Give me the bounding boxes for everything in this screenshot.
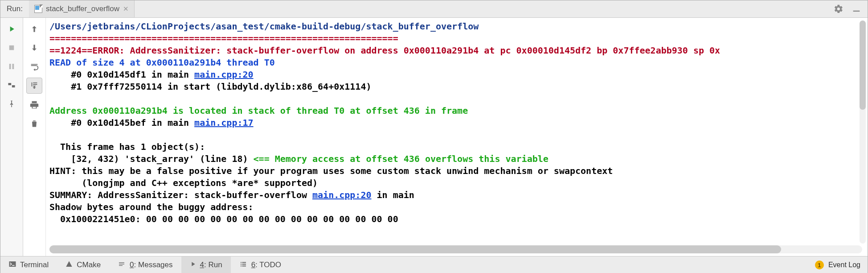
terminal-tool-tab[interactable]: Terminal	[0, 256, 57, 273]
run-config-tab[interactable]: stack_buffer_overflow ✕	[29, 0, 135, 17]
svg-rect-15	[241, 265, 242, 266]
console-wrap: /Users/jetbrains/CLionProjects/asan_test…	[46, 18, 868, 256]
object-line-hint: <== Memory access at offset 436 overflow…	[254, 153, 549, 164]
event-log-button[interactable]: 1 Event Log	[808, 256, 868, 273]
svg-rect-2	[9, 64, 11, 69]
run-config-tab-label: stack_buffer_overflow	[46, 4, 119, 13]
shadow-header: Shadow bytes around the buggy address:	[49, 202, 254, 212]
svg-rect-9	[119, 264, 124, 264]
vscroll-thumb[interactable]	[860, 21, 866, 110]
svg-rect-13	[241, 264, 242, 265]
svg-rect-4	[8, 83, 12, 85]
soft-wrap-button[interactable]	[27, 59, 42, 74]
tool-window-title: Run:	[0, 4, 29, 13]
svg-rect-6	[9, 261, 16, 267]
svg-rect-0	[853, 11, 860, 12]
cmake-icon	[65, 260, 73, 270]
svg-rect-3	[12, 64, 14, 69]
located-frame0-source-link[interactable]: main.cpp:17	[194, 117, 253, 128]
svg-rect-1	[9, 46, 14, 50]
svg-rect-10	[119, 265, 123, 265]
run-label: 4: Run	[200, 261, 222, 269]
summary-suffix: in main	[371, 190, 414, 200]
svg-rect-11	[241, 262, 242, 263]
terminal-icon	[8, 260, 16, 270]
console-output[interactable]: /Users/jetbrains/CLionProjects/asan_test…	[46, 18, 868, 244]
exec-path: /Users/jetbrains/CLionProjects/asan_test…	[49, 21, 479, 32]
read-line: READ of size 4 at 0x000110a291b4 thread …	[49, 57, 275, 68]
todo-icon	[239, 261, 248, 270]
svg-rect-7	[12, 265, 14, 266]
located-line: Address 0x000110a291b4 is located in sta…	[49, 105, 468, 116]
todo-label: 6: TODO	[251, 261, 281, 269]
terminal-label: Terminal	[20, 261, 49, 269]
print-button[interactable]	[27, 97, 42, 112]
object-line-prefix: [32, 432) 'stack_array' (line 18)	[49, 153, 254, 164]
cmake-tool-tab[interactable]: CMake	[57, 256, 109, 273]
status-bar: Terminal CMake 0: Messages 4: Run 6: TOD…	[0, 256, 868, 273]
svg-rect-16	[242, 265, 246, 266]
event-log-label: Event Log	[828, 261, 860, 269]
hscroll-thumb[interactable]	[49, 245, 781, 253]
objects-header: This frame has 1 object(s):	[49, 141, 205, 152]
horizontal-scrollbar[interactable]	[49, 245, 862, 253]
rerun-button[interactable]	[4, 21, 19, 37]
svg-rect-5	[12, 85, 15, 87]
summary-source-link[interactable]: main.cpp:20	[312, 190, 371, 200]
frame0-prefix: #0 0x10d145df1 in main	[49, 69, 194, 80]
messages-icon	[117, 261, 126, 270]
hint-line-1: HINT: this may be a false positive if yo…	[49, 165, 613, 176]
todo-tool-tab[interactable]: 6: TODO	[231, 256, 290, 273]
run-icon	[189, 261, 197, 270]
tool-window-body: /Users/jetbrains/CLionProjects/asan_test…	[0, 18, 868, 256]
svg-rect-14	[242, 264, 246, 265]
left-gutter-primary	[0, 18, 23, 256]
layout-button[interactable]	[4, 78, 19, 93]
clear-all-button[interactable]	[27, 116, 42, 131]
tool-window-header: Run: stack_buffer_overflow ✕	[0, 0, 868, 18]
vertical-scrollbar[interactable]	[860, 21, 866, 244]
hint-line-2: (longjmp and C++ exceptions *are* suppor…	[49, 178, 318, 188]
rule-line: ========================================…	[49, 33, 398, 44]
left-gutter-secondary	[23, 18, 46, 256]
pin-button[interactable]	[4, 96, 19, 112]
stop-button[interactable]	[4, 40, 19, 55]
pause-button[interactable]	[4, 59, 19, 74]
located-frame0-prefix: #0 0x10d145bef in main	[49, 117, 194, 128]
svg-rect-8	[119, 262, 124, 263]
event-log-badge: 1	[815, 261, 824, 269]
executable-file-icon	[34, 5, 42, 13]
svg-rect-12	[242, 262, 246, 263]
summary-prefix: SUMMARY: AddressSanitizer: stack-buffer-…	[49, 190, 312, 200]
run-tool-tab[interactable]: 4: Run	[181, 256, 231, 273]
gear-icon[interactable]	[834, 4, 843, 14]
scroll-to-end-button[interactable]	[26, 78, 42, 94]
asan-error-line: ==1224==ERROR: AddressSanitizer: stack-b…	[49, 45, 720, 56]
messages-tool-tab[interactable]: 0: Messages	[109, 256, 181, 273]
up-stack-button[interactable]	[27, 21, 42, 37]
minimize-icon[interactable]	[852, 4, 861, 14]
down-stack-button[interactable]	[27, 40, 42, 55]
shadow-row: 0x1000221451e0: 00 00 00 00 00 00 00 00 …	[49, 214, 398, 224]
frame1-line: #1 0x7fff72550114 in start (libdyld.dyli…	[49, 81, 371, 92]
frame0-source-link[interactable]: main.cpp:20	[194, 69, 253, 80]
messages-label: 0: Messages	[130, 261, 172, 269]
close-tab-icon[interactable]: ✕	[123, 5, 129, 13]
cmake-label: CMake	[77, 261, 101, 269]
run-tool-window: Run: stack_buffer_overflow ✕	[0, 0, 868, 273]
